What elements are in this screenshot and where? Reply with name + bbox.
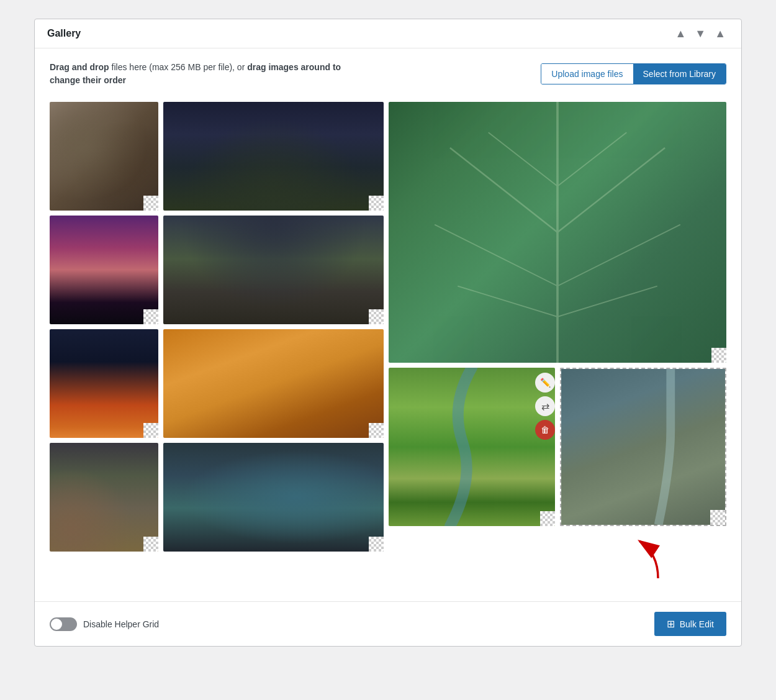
svg-line-7 <box>489 132 557 186</box>
gallery-panel: Gallery ▲ ▼ ▲ Drag and drop files here (… <box>34 19 742 647</box>
bottom-row: ✏️ ⇄ 🗑 <box>389 368 726 526</box>
checker-corner-river <box>540 511 555 526</box>
checker-corner-waterfall <box>710 510 725 525</box>
checker-corner-sand-dunes <box>369 423 384 438</box>
upload-description: Drag and drop files here (max 256 MB per… <box>50 61 360 87</box>
select-from-library-button[interactable]: Select from Library <box>633 64 726 84</box>
bulk-edit-button[interactable]: ⊞ Bulk Edit <box>654 612 726 636</box>
gallery-image-palm[interactable] <box>50 329 158 438</box>
bulk-edit-icon: ⊞ <box>667 618 675 630</box>
gallery-image-storm-rock[interactable] <box>50 443 158 552</box>
shuffle-image-button[interactable]: ⇄ <box>535 396 555 416</box>
arrow-svg <box>621 535 677 581</box>
toggle-label-text: Disable Helper Grid <box>83 619 159 629</box>
svg-line-5 <box>458 286 557 317</box>
upload-desc-text: files here (max 256 MB per file), or <box>109 62 248 72</box>
svg-line-2 <box>557 148 665 232</box>
svg-line-8 <box>557 132 626 186</box>
svg-line-6 <box>557 286 657 317</box>
gallery-image-waterfall-container: ✏️ ⇄ 🗑 <box>560 368 726 526</box>
checker-corner-sandstorm <box>369 309 384 324</box>
collapse-button[interactable]: ▲ <box>711 27 729 40</box>
gallery-image-lightning[interactable] <box>163 102 384 211</box>
gallery-image-sandstorm[interactable] <box>163 216 384 324</box>
disable-helper-grid-toggle[interactable] <box>50 617 77 631</box>
gallery-image-aurora[interactable] <box>163 443 384 552</box>
upload-buttons-group: Upload image files Select from Library <box>541 63 726 84</box>
gallery-image-rock[interactable] <box>50 102 158 211</box>
checker-corner-aurora <box>369 537 384 552</box>
collapse-up-button[interactable]: ▲ <box>672 27 690 40</box>
gallery-image-waterfall[interactable] <box>560 368 726 526</box>
checker-corner-rock <box>143 196 158 211</box>
delete-image-button[interactable]: 🗑 <box>535 420 555 440</box>
action-icons: ✏️ ⇄ 🗑 <box>535 373 555 440</box>
panel-footer: Disable Helper Grid ⊞ Bulk Edit <box>35 601 741 646</box>
gallery-col-middle <box>163 102 384 581</box>
collapse-down-button[interactable]: ▼ <box>692 27 709 40</box>
toggle-slider <box>50 617 77 631</box>
upload-area: Drag and drop files here (max 256 MB per… <box>50 61 726 87</box>
gallery-image-sunset[interactable] <box>50 216 158 324</box>
drag-drop-bold: Drag and drop <box>50 62 109 72</box>
gallery-image-leaf[interactable] <box>389 102 726 363</box>
gallery-col-left <box>50 102 158 581</box>
panel-body: Drag and drop files here (max 256 MB per… <box>35 48 741 596</box>
gallery-image-river[interactable] <box>389 368 555 526</box>
disable-helper-grid-toggle-label[interactable]: Disable Helper Grid <box>50 617 159 631</box>
svg-line-1 <box>450 148 557 232</box>
checker-corner-lightning <box>369 196 384 211</box>
arrow-indicator <box>389 535 726 581</box>
upload-image-files-button[interactable]: Upload image files <box>541 64 633 84</box>
panel-title: Gallery <box>47 28 81 39</box>
header-controls: ▲ ▼ ▲ <box>672 27 729 40</box>
gallery-image-sand-dunes[interactable] <box>163 329 384 438</box>
checker-corner-palm <box>143 423 158 438</box>
checker-corner-leaf <box>711 348 726 363</box>
svg-line-4 <box>557 225 680 286</box>
gallery-grid: ✏️ ⇄ 🗑 <box>50 102 726 581</box>
edit-image-button[interactable]: ✏️ <box>535 373 555 393</box>
panel-header: Gallery ▲ ▼ ▲ <box>35 19 741 48</box>
gallery-col-right: ✏️ ⇄ 🗑 <box>389 102 726 581</box>
svg-line-3 <box>435 225 557 286</box>
checker-corner-sunset <box>143 309 158 324</box>
checker-corner-storm-rock <box>143 537 158 552</box>
bulk-edit-label: Bulk Edit <box>680 619 714 629</box>
